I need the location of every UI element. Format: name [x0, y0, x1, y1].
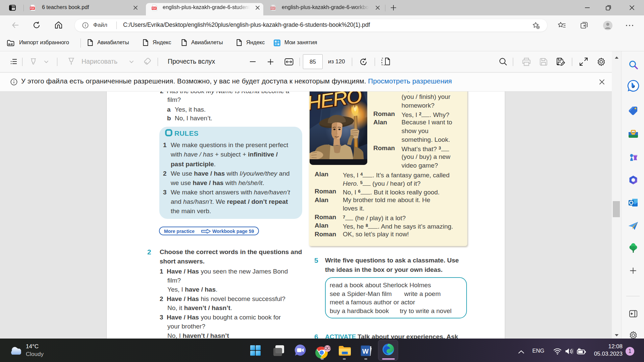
svg-text:W: W [362, 348, 369, 355]
